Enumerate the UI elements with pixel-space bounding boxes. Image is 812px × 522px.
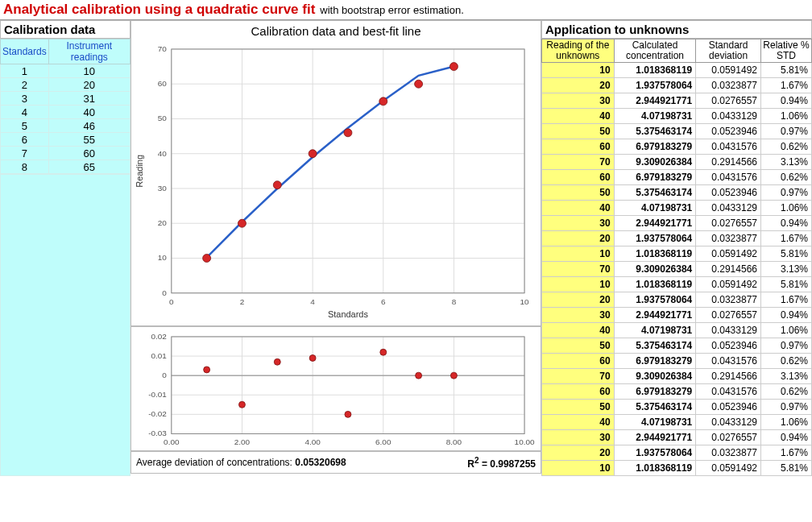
calib-std[interactable]: 4 bbox=[1, 106, 49, 119]
unk-reading[interactable]: 30 bbox=[542, 216, 615, 231]
svg-text:0: 0 bbox=[169, 297, 174, 306]
calib-read[interactable]: 46 bbox=[48, 119, 130, 133]
calib-read[interactable]: 31 bbox=[48, 92, 130, 106]
calib-col-standards: Standards bbox=[1, 39, 49, 64]
calib-read[interactable]: 60 bbox=[48, 147, 130, 160]
unk-rel: 0.62% bbox=[761, 384, 812, 400]
unk-row: 505.3754631740.05239460.97% bbox=[542, 124, 812, 139]
calib-read[interactable]: 20 bbox=[48, 78, 130, 92]
unk-sd: 0.0323877 bbox=[696, 78, 761, 93]
calib-read[interactable]: 65 bbox=[48, 160, 130, 174]
svg-text:4: 4 bbox=[310, 297, 315, 306]
unk-reading[interactable]: 20 bbox=[542, 231, 615, 246]
unk-rel: 3.13% bbox=[761, 369, 812, 384]
unk-conc: 5.375463174 bbox=[614, 124, 696, 139]
unk-rel: 0.97% bbox=[761, 185, 812, 201]
svg-point-72 bbox=[450, 372, 457, 379]
unk-conc: 9.309026384 bbox=[614, 155, 696, 170]
calib-std[interactable]: 6 bbox=[1, 133, 49, 147]
calib-std[interactable]: 3 bbox=[1, 92, 49, 106]
unk-reading[interactable]: 10 bbox=[542, 63, 615, 78]
calib-std[interactable]: 8 bbox=[1, 160, 49, 174]
unk-sd: 0.0591492 bbox=[696, 246, 761, 262]
unk-conc: 5.375463174 bbox=[614, 185, 696, 201]
unk-rel: 0.97% bbox=[761, 400, 812, 415]
calib-std[interactable]: 2 bbox=[1, 78, 49, 92]
unk-rel: 1.67% bbox=[761, 292, 812, 308]
unk-reading[interactable]: 40 bbox=[542, 323, 615, 338]
unk-row: 201.9375780640.03238771.67% bbox=[542, 445, 812, 461]
calib-std[interactable]: 5 bbox=[1, 119, 49, 133]
unk-row: 709.3090263840.29145663.13% bbox=[542, 369, 812, 384]
unk-reading[interactable]: 30 bbox=[542, 430, 615, 445]
svg-text:0.01: 0.01 bbox=[151, 351, 167, 360]
unk-reading[interactable]: 50 bbox=[542, 338, 615, 354]
unk-reading[interactable]: 60 bbox=[542, 354, 615, 369]
unk-reading[interactable]: 30 bbox=[542, 93, 615, 109]
calib-read[interactable]: 10 bbox=[48, 64, 130, 78]
calib-std[interactable]: 1 bbox=[1, 64, 49, 78]
svg-text:8.00: 8.00 bbox=[446, 437, 462, 446]
unk-sd: 0.0276557 bbox=[696, 308, 761, 323]
unk-reading[interactable]: 60 bbox=[542, 384, 615, 400]
unk-reading[interactable]: 20 bbox=[542, 445, 615, 461]
calib-std[interactable]: 7 bbox=[1, 147, 49, 160]
unk-reading[interactable]: 30 bbox=[542, 308, 615, 323]
calib-read[interactable]: 55 bbox=[48, 133, 130, 147]
unk-rel: 3.13% bbox=[761, 262, 812, 277]
unk-reading[interactable]: 10 bbox=[542, 461, 615, 476]
svg-rect-63 bbox=[172, 337, 524, 434]
unk-reading[interactable]: 10 bbox=[542, 246, 615, 262]
svg-text:0: 0 bbox=[162, 371, 167, 379]
unk-sd: 0.0276557 bbox=[696, 216, 761, 231]
unk-reading[interactable]: 10 bbox=[542, 277, 615, 292]
unk-rel: 1.06% bbox=[761, 323, 812, 338]
unk-row: 101.0183681190.05914925.81% bbox=[542, 63, 812, 78]
svg-point-35 bbox=[415, 80, 423, 88]
unk-reading[interactable]: 70 bbox=[542, 369, 615, 384]
unk-reading[interactable]: 40 bbox=[542, 109, 615, 124]
unk-reading[interactable]: 70 bbox=[542, 262, 615, 277]
unk-sd: 0.0431576 bbox=[696, 384, 761, 400]
svg-text:0: 0 bbox=[162, 288, 167, 297]
calib-row: 331 bbox=[1, 92, 130, 106]
unk-row: 709.3090263840.29145663.13% bbox=[542, 262, 812, 277]
unk-reading[interactable]: 60 bbox=[542, 170, 615, 185]
svg-text:-0.01: -0.01 bbox=[148, 390, 167, 399]
unk-rel: 0.94% bbox=[761, 430, 812, 445]
unk-reading[interactable]: 50 bbox=[542, 124, 615, 139]
unk-reading[interactable]: 60 bbox=[542, 139, 615, 155]
unk-row: 404.071987310.04331291.06% bbox=[542, 201, 812, 216]
svg-text:30: 30 bbox=[158, 184, 168, 193]
unk-conc: 6.979183279 bbox=[614, 139, 696, 155]
unk-sd: 0.0523946 bbox=[696, 124, 761, 139]
unk-reading[interactable]: 70 bbox=[542, 155, 615, 170]
unk-conc: 1.018368119 bbox=[614, 277, 696, 292]
unk-reading[interactable]: 50 bbox=[542, 400, 615, 415]
unk-reading[interactable]: 20 bbox=[542, 78, 615, 93]
calib-read[interactable]: 40 bbox=[48, 106, 130, 119]
unk-reading[interactable]: 20 bbox=[542, 292, 615, 308]
unknowns-table: Reading of the unknowns Calculated conce… bbox=[541, 39, 812, 476]
unk-sd: 0.0323877 bbox=[696, 445, 761, 461]
unk-reading[interactable]: 40 bbox=[542, 201, 615, 216]
unk-row: 201.9375780640.03238771.67% bbox=[542, 292, 812, 308]
unk-col-sd: Standard deviation bbox=[696, 39, 761, 63]
unknowns-header: Application to unknowns bbox=[541, 20, 812, 39]
calib-row: 110 bbox=[1, 64, 130, 78]
unk-conc: 1.937578064 bbox=[614, 292, 696, 308]
svg-text:8: 8 bbox=[452, 297, 457, 306]
unk-reading[interactable]: 40 bbox=[542, 415, 615, 430]
unk-row: 606.9791832790.04315760.62% bbox=[542, 139, 812, 155]
unk-reading[interactable]: 50 bbox=[542, 185, 615, 201]
svg-point-65 bbox=[204, 367, 210, 373]
unk-conc: 1.018368119 bbox=[614, 461, 696, 476]
unk-row: 606.9791832790.04315760.62% bbox=[542, 170, 812, 185]
calib-row: 440 bbox=[1, 106, 130, 119]
unk-rel: 5.81% bbox=[761, 246, 812, 262]
svg-point-68 bbox=[309, 354, 316, 361]
unk-rel: 1.06% bbox=[761, 109, 812, 124]
unk-sd: 0.0431576 bbox=[696, 170, 761, 185]
svg-text:0.02: 0.02 bbox=[151, 332, 167, 341]
unk-conc: 2.944921771 bbox=[614, 93, 696, 109]
